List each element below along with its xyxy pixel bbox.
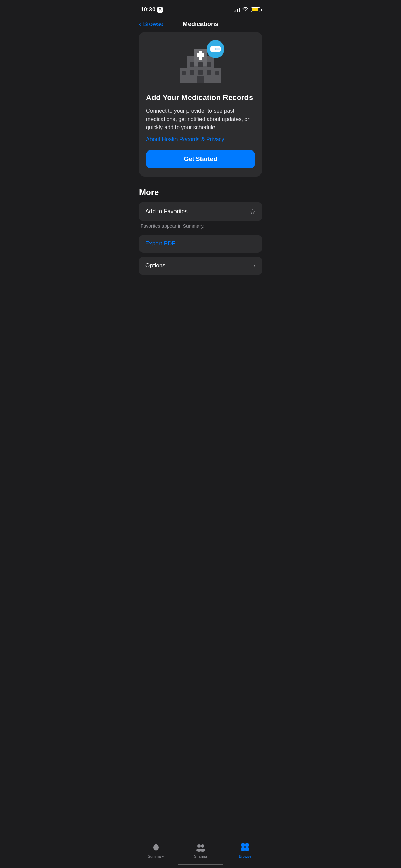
more-section-title: More: [139, 188, 262, 197]
svg-rect-7: [190, 70, 194, 75]
add-to-favorites-item[interactable]: Add to Favorites ☆: [139, 202, 262, 221]
export-pdf-label: Export PDF: [145, 240, 175, 247]
svg-rect-11: [180, 68, 187, 83]
options-item[interactable]: Options ›: [139, 257, 262, 275]
svg-rect-9: [207, 70, 211, 75]
page-title: Medications: [183, 21, 218, 28]
svg-rect-3: [197, 53, 204, 57]
hospital-wrap: [173, 40, 228, 85]
options-label: Options: [145, 262, 166, 269]
export-pdf-card: Export PDF: [139, 235, 262, 253]
back-chevron-icon: ‹: [139, 21, 142, 28]
main-content: Add Your Medication Records Connect to y…: [134, 32, 267, 275]
nav-bar: ‹ Browse Medications: [134, 17, 267, 32]
wifi-icon: [242, 7, 248, 13]
svg-rect-19: [211, 48, 216, 50]
signal-icon: [234, 7, 240, 12]
options-card: Options ›: [139, 257, 262, 275]
svg-rect-4: [190, 62, 194, 67]
svg-rect-6: [207, 62, 211, 67]
lock-icon: B: [157, 7, 162, 13]
star-icon: ☆: [250, 207, 256, 216]
favorites-card: Add to Favorites ☆: [139, 202, 262, 221]
status-time-area: 10:30 B: [141, 6, 163, 13]
time-label: 10:30: [141, 6, 155, 13]
pill-badge-icon: [207, 40, 224, 58]
favorites-hint: Favorites appear in Summary.: [141, 223, 262, 229]
status-right-icons: [234, 7, 260, 13]
hero-illustration: [146, 40, 255, 85]
svg-rect-13: [182, 71, 186, 75]
battery-icon: [251, 7, 260, 12]
privacy-link[interactable]: About Health Records & Privacy: [146, 136, 255, 143]
back-button[interactable]: ‹ Browse: [139, 21, 163, 28]
hero-card: Add Your Medication Records Connect to y…: [139, 32, 262, 177]
status-bar: 10:30 B: [134, 0, 267, 17]
svg-rect-14: [215, 71, 219, 75]
back-label: Browse: [143, 21, 163, 28]
svg-rect-20: [216, 48, 220, 50]
svg-rect-10: [197, 76, 204, 83]
hero-description: Connect to your provider to see past med…: [146, 107, 255, 132]
chevron-right-icon: ›: [254, 262, 256, 269]
favorites-label: Add to Favorites: [145, 208, 188, 215]
svg-rect-5: [198, 62, 203, 67]
hero-title: Add Your Medication Records: [146, 93, 255, 103]
export-pdf-item[interactable]: Export PDF: [139, 235, 262, 253]
svg-rect-12: [214, 68, 221, 83]
svg-rect-8: [198, 70, 203, 75]
get-started-button[interactable]: Get Started: [146, 150, 255, 168]
